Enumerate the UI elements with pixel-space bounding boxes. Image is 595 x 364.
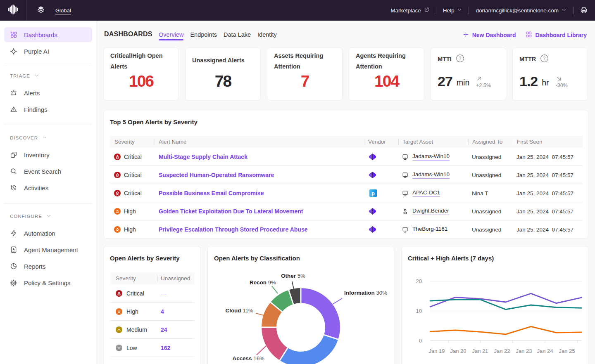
alert-name-cell: Possible Business Email Compromise bbox=[159, 184, 264, 202]
unassigned-count[interactable]: 162 bbox=[161, 345, 170, 351]
sentinelone-logo-icon bbox=[369, 154, 376, 160]
inventory-icon bbox=[10, 151, 17, 158]
col-header-unassigned[interactable]: Unassigned bbox=[161, 272, 190, 284]
tab-endpoints[interactable]: Endpoints bbox=[190, 31, 217, 40]
unassigned-count[interactable]: — bbox=[161, 290, 167, 297]
severity-row-critical[interactable]: Critical — bbox=[110, 284, 195, 303]
sidebar-section-configure[interactable]: CONFIGURE bbox=[10, 213, 51, 219]
marketplace-link[interactable]: Marketplace bbox=[390, 7, 429, 14]
unassigned-count[interactable]: 24 bbox=[161, 326, 167, 333]
asset-link[interactable]: TheBorg-1161 bbox=[412, 226, 447, 233]
sidebar-item-reports[interactable]: Reports bbox=[4, 259, 92, 274]
sidebar-divider bbox=[4, 125, 92, 125]
sidebar-item-automation[interactable]: Automation bbox=[4, 226, 92, 241]
alert-row-1[interactable]: Critical Suspected Human-Operated Ransom… bbox=[110, 166, 583, 184]
col-header-vendor[interactable]: Vendor bbox=[368, 136, 386, 148]
donut-slice-unlabeled[interactable] bbox=[280, 335, 338, 364]
col-header-first-seen[interactable]: First Seen bbox=[517, 136, 543, 148]
donut-label-Cloud: Cloud 11% bbox=[226, 307, 254, 314]
dashboard-library-button[interactable]: Dashboard Library bbox=[525, 31, 587, 39]
severity-cell: High bbox=[114, 220, 136, 239]
vendor-cell bbox=[369, 220, 376, 239]
target-asset-cell: Dwight.Bender bbox=[402, 202, 449, 220]
trend-card: Critical + High Alerts (7 days) 01020Jan… bbox=[401, 246, 588, 364]
severity-critical-icon bbox=[114, 190, 121, 196]
reports-icon bbox=[10, 262, 17, 270]
sidebar-item-inventory[interactable]: Inventory bbox=[4, 147, 92, 162]
vendor-cell: p bbox=[369, 184, 377, 202]
col-header-severity[interactable]: Severity bbox=[114, 136, 135, 148]
kpi-value[interactable]: 106 bbox=[104, 72, 178, 90]
kpi-value[interactable]: 7 bbox=[267, 72, 342, 90]
tab-data-lake[interactable]: Data Lake bbox=[224, 31, 251, 40]
alert-name-link[interactable]: Privilege Escalation Through Stored Proc… bbox=[159, 226, 307, 233]
printer-icon[interactable] bbox=[580, 7, 588, 14]
sidebar-item-alerts[interactable]: Alerts bbox=[4, 85, 92, 100]
user-menu[interactable]: dorianmcgillick@sentinelone.com bbox=[476, 7, 566, 14]
col-header-target-asset[interactable]: Target Asset bbox=[402, 136, 433, 148]
proofpoint-logo-icon: p bbox=[369, 189, 377, 197]
donut-label-Information: Information 30% bbox=[344, 290, 387, 296]
column-separator bbox=[364, 139, 364, 145]
first-seen-cell: Jan 25, 2024 07:45:57 bbox=[516, 202, 574, 220]
scope-layers-icon[interactable] bbox=[36, 5, 45, 16]
sidebar-section-discover[interactable]: DISCOVER bbox=[10, 135, 47, 141]
trend-title: Critical + High Alerts (7 days) bbox=[408, 255, 494, 262]
sidebar-item-agent-management[interactable]: Agent Management bbox=[4, 242, 92, 257]
sidebar-item-purple-ai[interactable]: Purple AI bbox=[4, 44, 92, 59]
alert-name-link[interactable]: Multi-Stage Supply Chain Attack bbox=[159, 154, 248, 160]
sidebar-section-triage[interactable]: TRIAGE bbox=[10, 73, 39, 79]
scope-global-link[interactable]: Global bbox=[55, 7, 71, 14]
alert-row-3[interactable]: High Golden Ticket Exploitation Due To L… bbox=[110, 202, 583, 220]
kpi-card-3: Agents Requiring Attention 104 bbox=[349, 47, 424, 101]
event-search-icon bbox=[10, 168, 17, 175]
sidebar-item-activities[interactable]: Activities bbox=[4, 180, 92, 195]
col-header-severity[interactable]: Severity bbox=[116, 272, 136, 284]
kpi-label: MTTR bbox=[519, 54, 536, 64]
sidebar-item-policy-settings[interactable]: Policy & Settings bbox=[4, 275, 92, 290]
alert-name-link[interactable]: Golden Ticket Exploitation Due To Latera… bbox=[159, 208, 303, 215]
tab-overview[interactable]: Overview bbox=[159, 31, 183, 40]
alert-name-link[interactable]: Suspected Human-Operated Ransomware bbox=[159, 172, 274, 178]
sentinelone-logo-icon bbox=[369, 226, 376, 233]
kpi-card-4: MTTI? 27min +2.5% bbox=[431, 47, 506, 101]
sidebar-item-event-search[interactable]: Event Search bbox=[4, 164, 92, 179]
new-dashboard-button[interactable]: New Dashboard bbox=[463, 31, 516, 39]
alerts-icon bbox=[10, 89, 17, 97]
agent-management-icon bbox=[10, 246, 17, 253]
series-orange-line bbox=[430, 326, 581, 334]
vendor-cell bbox=[369, 166, 376, 184]
help-menu[interactable]: Help bbox=[443, 7, 462, 14]
asset-link[interactable]: APAC-DC1 bbox=[412, 189, 440, 197]
tab-identity[interactable]: Identity bbox=[257, 31, 277, 40]
asset-link[interactable]: Dwight.Bender bbox=[412, 208, 449, 215]
header-actions: New DashboardDashboard Library bbox=[463, 31, 587, 39]
help-icon[interactable]: ? bbox=[456, 54, 464, 64]
page-title: DASHBOARDS bbox=[104, 31, 152, 38]
alert-row-4[interactable]: High Privilege Escalation Through Stored… bbox=[110, 220, 583, 239]
kpi-value[interactable]: 104 bbox=[349, 72, 424, 90]
help-icon[interactable]: ? bbox=[540, 54, 549, 64]
col-header-assigned-to[interactable]: Assigned To bbox=[472, 136, 502, 148]
sentinelone-logo[interactable] bbox=[0, 0, 26, 21]
alert-row-2[interactable]: Critical Possible Business Email Comprom… bbox=[110, 184, 583, 202]
topbar-separator bbox=[469, 7, 469, 14]
alert-name-link[interactable]: Possible Business Email Compromise bbox=[159, 190, 264, 196]
kpi-value[interactable]: 78 bbox=[186, 72, 260, 90]
alert-row-0[interactable]: Critical Multi-Stage Supply Chain Attack… bbox=[110, 148, 583, 166]
severity-summary-card: Open Alerts by Severity Severity Unassig… bbox=[103, 246, 201, 364]
severity-row-high[interactable]: High 4 bbox=[110, 303, 195, 321]
asset-link[interactable]: Jadams-Win10 bbox=[412, 153, 450, 161]
col-header-alert-name[interactable]: Alert Name bbox=[159, 136, 187, 148]
severity-row-low[interactable]: Low 162 bbox=[110, 339, 195, 357]
svg-text:p: p bbox=[371, 190, 375, 196]
sidebar-item-dashboards[interactable]: Dashboards bbox=[4, 27, 92, 42]
target-asset-cell: Jadams-Win10 bbox=[402, 166, 450, 184]
x-tick-label: Jan 23 bbox=[516, 348, 532, 354]
sidebar-item-findings[interactable]: Findings bbox=[4, 102, 92, 117]
asset-link[interactable]: Jadams-Win10 bbox=[412, 171, 450, 179]
donut-slice-Information[interactable] bbox=[301, 288, 340, 339]
unassigned-count[interactable]: 4 bbox=[161, 308, 164, 315]
severity-row-medium[interactable]: Medium 24 bbox=[110, 321, 195, 339]
svg-text:?: ? bbox=[543, 56, 546, 61]
